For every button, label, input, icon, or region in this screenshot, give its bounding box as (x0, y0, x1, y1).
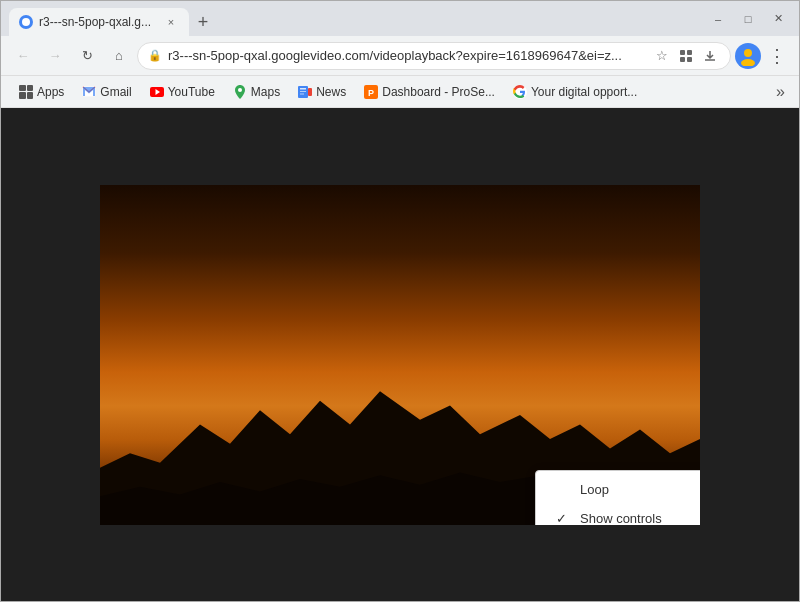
tab-title: r3---sn-5pop-qxal.g... (39, 15, 157, 29)
browser-window: r3---sn-5pop-qxal.g... × + – □ ✕ ← → ↻ ⌂… (0, 0, 800, 602)
youtube-icon (150, 85, 164, 99)
extension-download-icon[interactable] (700, 46, 720, 66)
main-content: Loop ✓ Show controls Open video in new t… (1, 108, 799, 601)
profile-button[interactable] (735, 43, 761, 69)
context-menu-show-controls[interactable]: ✓ Show controls (536, 504, 700, 525)
svg-point-10 (238, 88, 242, 92)
svg-text:P: P (368, 88, 374, 98)
show-controls-label: Show controls (580, 511, 662, 525)
maximize-button[interactable]: □ (735, 6, 761, 32)
address-bar-icons: ☆ (652, 46, 720, 66)
forward-button[interactable]: → (41, 42, 69, 70)
menu-icon: ⋮ (768, 45, 786, 67)
lock-icon: 🔒 (148, 49, 162, 62)
bookmark-google-label: Your digital opport... (531, 85, 637, 99)
bookmarks-bar: Apps Gmail YouTube (1, 76, 799, 108)
bookmark-news-label: News (316, 85, 346, 99)
svg-rect-1 (680, 50, 685, 55)
refresh-icon: ↻ (82, 48, 93, 63)
bookmark-apps[interactable]: Apps (11, 82, 72, 102)
news-icon (298, 85, 312, 99)
title-bar: r3---sn-5pop-qxal.g... × + – □ ✕ (1, 1, 799, 36)
home-icon: ⌂ (115, 48, 123, 63)
address-bar[interactable]: 🔒 r3---sn-5pop-qxal.googlevideo.com/vide… (137, 42, 731, 70)
bookmark-star-icon[interactable]: ☆ (652, 46, 672, 66)
show-controls-check-icon: ✓ (556, 511, 572, 525)
svg-point-5 (744, 49, 752, 57)
google-icon (513, 85, 527, 99)
apps-icon (19, 85, 33, 99)
window-controls: – □ ✕ (705, 6, 791, 32)
svg-rect-12 (308, 88, 312, 96)
bookmark-news[interactable]: News (290, 82, 354, 102)
tab-area: r3---sn-5pop-qxal.g... × + (9, 1, 699, 36)
refresh-button[interactable]: ↻ (73, 42, 101, 70)
video-container: Loop ✓ Show controls Open video in new t… (100, 185, 700, 525)
forward-icon: → (49, 48, 62, 63)
bookmark-youtube[interactable]: YouTube (142, 82, 223, 102)
home-button[interactable]: ⌂ (105, 42, 133, 70)
svg-rect-13 (300, 88, 306, 90)
menu-button[interactable]: ⋮ (763, 42, 791, 70)
tab-favicon (19, 15, 33, 29)
bookmarks-overflow[interactable]: » (772, 81, 789, 103)
bookmark-maps-label: Maps (251, 85, 280, 99)
browser-tab[interactable]: r3---sn-5pop-qxal.g... × (9, 8, 189, 36)
back-button[interactable]: ← (9, 42, 37, 70)
nav-right-controls: ⋮ (735, 42, 791, 70)
bookmark-dashboard-label: Dashboard - ProSe... (382, 85, 495, 99)
bookmark-gmail[interactable]: Gmail (74, 82, 139, 102)
minimize-button[interactable]: – (705, 6, 731, 32)
dashboard-icon: P (364, 85, 378, 99)
bookmark-google[interactable]: Your digital opport... (505, 82, 645, 102)
svg-rect-15 (300, 93, 304, 94)
bookmark-maps[interactable]: Maps (225, 82, 288, 102)
extensions-icon[interactable] (676, 46, 696, 66)
svg-rect-4 (687, 57, 692, 62)
maps-icon (233, 85, 247, 99)
bookmark-gmail-label: Gmail (100, 85, 131, 99)
bookmark-apps-label: Apps (37, 85, 64, 99)
back-icon: ← (17, 48, 30, 63)
new-tab-button[interactable]: + (189, 8, 217, 36)
svg-rect-3 (680, 57, 685, 62)
context-menu: Loop ✓ Show controls Open video in new t… (535, 470, 700, 525)
svg-point-0 (22, 18, 30, 26)
bookmark-youtube-label: YouTube (168, 85, 215, 99)
loop-label: Loop (580, 482, 609, 497)
address-text: r3---sn-5pop-qxal.googlevideo.com/videop… (168, 48, 646, 63)
svg-rect-2 (687, 50, 692, 55)
navigation-bar: ← → ↻ ⌂ 🔒 r3---sn-5pop-qxal.googlevideo.… (1, 36, 799, 76)
close-button[interactable]: ✕ (765, 6, 791, 32)
tab-close-button[interactable]: × (163, 14, 179, 30)
bookmark-dashboard[interactable]: P Dashboard - ProSe... (356, 82, 503, 102)
svg-rect-14 (300, 91, 306, 92)
gmail-icon (82, 85, 96, 99)
svg-point-6 (741, 59, 755, 66)
context-menu-loop[interactable]: Loop (536, 475, 700, 504)
